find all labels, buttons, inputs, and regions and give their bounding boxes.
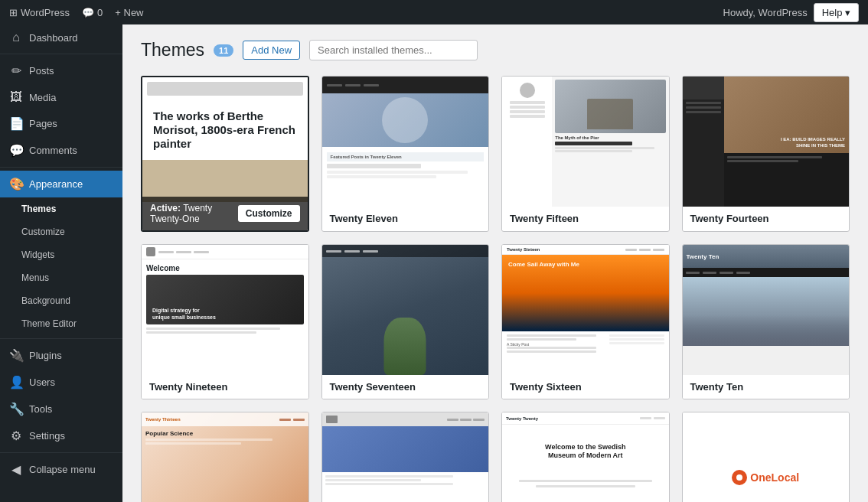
media-icon: 🖼 — [9, 90, 23, 104]
nineteen-welcome: Welcome — [146, 264, 304, 272]
eleven-featured-label: Featured Posts in Twenty Eleven — [327, 152, 485, 161]
theme-card-twenty-sixteen[interactable]: Twenty Sixteen Come Sail Away with Me — [501, 244, 670, 399]
theme-card-twenty-fifteen[interactable]: The Myth of the Pier Twenty Fifteen — [501, 76, 670, 232]
sidebar-item-menus[interactable]: Menus — [0, 266, 122, 289]
theme-thumbnail-twenty-twenty: Twenty Twenty Welcome to the SwedishMuse… — [502, 412, 669, 502]
sidebar-label-posts: Posts — [29, 65, 54, 77]
sidebar-label-collapse: Collapse menu — [29, 464, 96, 475]
sidebar-label-media: Media — [29, 92, 56, 103]
theme-card-twenty-nineteen[interactable]: Welcome Digital strategy forunique small… — [141, 244, 309, 399]
sidebar-item-users[interactable]: 👤 Users — [0, 369, 122, 396]
sidebar-item-posts[interactable]: ✏ Posts — [0, 57, 122, 84]
sidebar-item-plugins[interactable]: 🔌 Plugins — [0, 342, 122, 369]
page-title: Themes — [141, 40, 204, 60]
sidebar-item-background[interactable]: Background — [0, 289, 122, 312]
theme-name-twenty-fifteen: Twenty Fifteen — [502, 207, 669, 230]
theme-name-twenty-fourteen: Twenty Fourteen — [683, 207, 850, 230]
theme-card-twenty-fourteen[interactable]: I EA: BUILD IMAGES REALLYSHINE IN THIS T… — [682, 76, 850, 232]
sidebar-label-tools: Tools — [29, 403, 52, 415]
theme-card-twenty-twelve[interactable]: Twenty Twelve — [321, 412, 490, 502]
active-label: Active: Twenty Twenty-One — [150, 203, 238, 224]
active-theme-banner: Active: Twenty Twenty-One Customize — [142, 197, 308, 230]
collapse-icon: ◀ — [9, 462, 23, 477]
sidebar-item-customize[interactable]: Customize — [0, 220, 122, 243]
ten-header-title: Twenty Ten — [687, 253, 720, 260]
theme-thumbnail-onelocal: OneLocal — [683, 412, 850, 502]
sidebar-item-comments[interactable]: 💬 Comments — [0, 137, 122, 164]
sidebar-label-pages: Pages — [29, 118, 57, 129]
sidebar-item-media[interactable]: 🖼 Media — [0, 84, 122, 110]
sidebar-item-theme-editor[interactable]: Theme Editor — [0, 312, 122, 335]
sidebar-item-tools[interactable]: 🔧 Tools — [0, 396, 122, 422]
settings-icon: ⚙ — [9, 429, 23, 443]
theme-card-twenty-twenty[interactable]: Twenty Twenty Welcome to the SwedishMuse… — [501, 412, 670, 502]
posts-icon: ✏ — [9, 64, 23, 78]
plugins-icon: 🔌 — [9, 348, 23, 363]
sidebar-item-themes[interactable]: Themes — [0, 197, 122, 220]
theme-card-twenty-eleven[interactable]: Featured Posts in Twenty Eleven Twenty E… — [321, 76, 490, 232]
theme-card-twenty-thirteen[interactable]: Twenty Thirteen Popular Science — [141, 412, 309, 502]
nineteen-img-text: Digital strategy forunique small busines… — [152, 308, 216, 321]
theme-name-twenty-eleven: Twenty Eleven — [322, 207, 489, 230]
new-label: + New — [115, 7, 143, 18]
wp-logo[interactable]: ⊞ WordPress — [9, 7, 70, 18]
sidebar-label-settings: Settings — [29, 430, 65, 442]
theme-thumbnail-twenty-thirteen: Twenty Thirteen Popular Science — [142, 412, 308, 502]
sidebar-label-theme-editor: Theme Editor — [21, 318, 77, 329]
sidebar-label-background: Background — [21, 295, 70, 306]
appearance-icon: 🎨 — [9, 177, 23, 191]
main-content: Themes 11 Add New The works of Berthe Mo… — [122, 24, 868, 502]
themes-header: Themes 11 Add New — [141, 40, 850, 60]
sixteen-hero-text: Come Sail Away with Me — [508, 261, 579, 269]
top-bar: ⊞ WordPress 💬 0 + New Howdy, WordPress H… — [0, 0, 868, 24]
dashboard-icon: ⌂ — [9, 31, 23, 44]
theme-thumbnail-twenty-ten: Twenty Ten — [683, 245, 850, 375]
sidebar-label-dashboard: Dashboard — [29, 32, 78, 44]
sidebar-label-menus: Menus — [21, 272, 49, 283]
themes-grid: The works of Berthe Morisot, 1800s-era F… — [141, 76, 850, 502]
users-icon: 👤 — [9, 375, 23, 390]
theme-count-badge: 11 — [214, 44, 233, 57]
theme-card-twenty-seventeen[interactable]: Twenty Seventeen — [321, 244, 490, 399]
top-bar-left: ⊞ WordPress 💬 0 + New — [9, 7, 144, 18]
sidebar-item-appearance[interactable]: 🎨 Appearance — [0, 171, 122, 197]
sidebar-item-dashboard[interactable]: ⌂ Dashboard — [0, 24, 122, 51]
search-input[interactable] — [309, 40, 478, 60]
pages-icon: 📄 — [9, 116, 23, 131]
sixteen-title: Twenty Sixteen — [507, 247, 540, 252]
theme-thumbnail-twenty-fifteen: The Myth of the Pier — [502, 77, 669, 207]
sidebar-item-collapse[interactable]: ◀ Collapse menu — [0, 456, 122, 483]
theme-thumbnail-twenty-twelve — [322, 412, 489, 502]
top-bar-right: Howdy, WordPress Help ▾ — [723, 3, 859, 22]
theme-name-twenty-ten: Twenty Ten — [683, 375, 850, 399]
add-new-button[interactable]: Add New — [243, 41, 300, 60]
comments-icon: 💬 — [9, 143, 23, 158]
thirteen-title: Popular Science — [145, 430, 305, 437]
fourteen-hero-text: I EA: BUILD IMAGES REALLYSHINE IN THIS T… — [781, 137, 845, 149]
theme-card-twenty-ten[interactable]: Twenty Ten — [682, 244, 850, 399]
theme-thumbnail-twenty-sixteen: Twenty Sixteen Come Sail Away with Me — [502, 245, 669, 375]
twenty-header-title: Twenty Twenty — [506, 416, 538, 421]
sidebar-label-themes: Themes — [21, 204, 56, 214]
sidebar: ⌂ Dashboard ✏ Posts 🖼 Media 📄 Pages 💬 Co… — [0, 24, 122, 502]
comments-link[interactable]: 💬 0 — [82, 7, 103, 18]
new-content-link[interactable]: + New — [115, 7, 143, 18]
theme-thumbnail-twenty-nineteen: Welcome Digital strategy forunique small… — [142, 245, 308, 375]
theme-card-twenty-twenty-one[interactable]: The works of Berthe Morisot, 1800s-era F… — [141, 76, 309, 232]
sidebar-label-plugins: Plugins — [29, 350, 62, 361]
theme-thumbnail-twenty-fourteen: I EA: BUILD IMAGES REALLYSHINE IN THIS T… — [683, 77, 850, 207]
theme-name-twenty-nineteen: Twenty Nineteen — [142, 375, 308, 399]
customize-button[interactable]: Customize — [238, 205, 300, 222]
sidebar-label-customize: Customize — [21, 227, 65, 237]
twenty-hero-text: Welcome to the SwedishMuseum of Modern A… — [545, 443, 625, 460]
sidebar-item-widgets[interactable]: Widgets — [0, 243, 122, 266]
comment-icon: 💬 — [82, 7, 94, 18]
theme-card-onelocal[interactable]: OneLocal OneLocal — [682, 412, 850, 502]
theme-thumbnail-twenty-eleven: Featured Posts in Twenty Eleven — [322, 77, 489, 207]
thirteen-logo: Twenty Thirteen — [145, 417, 181, 422]
help-button-top[interactable]: Help ▾ — [814, 3, 859, 22]
sidebar-item-settings[interactable]: ⚙ Settings — [0, 422, 122, 449]
sidebar-label-appearance: Appearance — [29, 178, 83, 190]
sidebar-label-comments: Comments — [29, 145, 77, 156]
sidebar-item-pages[interactable]: 📄 Pages — [0, 110, 122, 137]
